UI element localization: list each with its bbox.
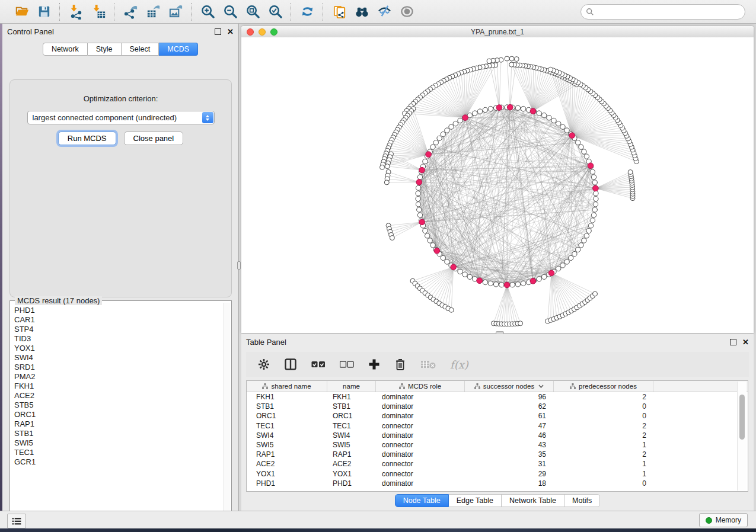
open-folder-icon[interactable] [12, 2, 31, 21]
list-item[interactable]: FKH1 [14, 382, 224, 391]
column-header[interactable]: shared name [247, 381, 327, 392]
column-header[interactable]: predecessor nodes [554, 381, 653, 392]
table-cell: connector [376, 441, 465, 449]
select-all-checkboxes-icon[interactable] [311, 361, 326, 368]
table-row[interactable]: SWI5SWI5connector431 [247, 440, 748, 450]
tab-mcds[interactable]: MCDS [159, 43, 198, 56]
list-item[interactable]: SWI5 [14, 438, 224, 448]
network-canvas[interactable] [241, 37, 754, 333]
table-row[interactable]: TEC1TEC1connector472 [247, 421, 748, 431]
list-item[interactable]: STB1 [14, 429, 224, 438]
add-column-icon[interactable] [368, 358, 380, 370]
list-item[interactable]: ACE2 [14, 391, 224, 400]
float-table-panel-icon[interactable] [730, 339, 736, 345]
column-header[interactable]: name [327, 381, 376, 392]
deselect-all-checkboxes-icon[interactable] [340, 361, 354, 368]
optimization-criterion-select[interactable]: largest connected component (undirected) [27, 111, 215, 124]
table-cell: 2 [554, 393, 653, 401]
list-item[interactable]: TID3 [14, 334, 224, 344]
close-table-panel-icon[interactable]: ✕ [742, 338, 749, 346]
tab-motifs[interactable]: Motifs [564, 494, 600, 507]
list-item[interactable]: SRD1 [14, 363, 224, 372]
list-item[interactable]: SWI4 [14, 353, 224, 363]
search-input[interactable] [597, 7, 745, 17]
table-row[interactable]: ORC1ORC1dominator610 [247, 411, 748, 421]
clone-network-document-icon[interactable] [330, 2, 349, 21]
table-row[interactable]: STB1STB1dominator620 [247, 402, 748, 411]
gear-icon[interactable] [258, 358, 270, 370]
table-row[interactable]: ACE2ACE2connector311 [247, 459, 748, 469]
column-header[interactable]: MCDS role [376, 381, 465, 392]
close-panel-button[interactable]: Close panel [124, 132, 184, 145]
tab-network-table[interactable]: Network Table [502, 494, 564, 507]
binoculars-icon[interactable] [352, 2, 371, 21]
tab-edge-table[interactable]: Edge Table [449, 494, 502, 507]
network-window: YPA_prune.txt_1 [241, 26, 754, 333]
table-cell: SWI4 [327, 431, 376, 440]
close-panel-icon[interactable]: ✕ [227, 28, 234, 36]
search-box[interactable] [580, 4, 745, 20]
table-cell: ACE2 [247, 460, 327, 468]
zoom-selected-icon[interactable] [266, 2, 285, 21]
list-item[interactable]: TEC1 [14, 448, 224, 457]
table-cell: 46 [465, 431, 554, 440]
tab-select[interactable]: Select [122, 43, 160, 56]
zoom-out-icon[interactable] [221, 2, 240, 21]
tab-node-table[interactable]: Node Table [395, 494, 449, 507]
table-cell: PHD1 [327, 479, 376, 488]
vertical-splitter-handle[interactable] [237, 261, 241, 270]
column-header-label: name [343, 383, 360, 390]
tab-network[interactable]: Network [43, 43, 88, 56]
table-cell: SWI5 [247, 441, 327, 449]
table-row[interactable]: SWI4SWI4dominator462 [247, 431, 748, 440]
tab-style[interactable]: Style [88, 43, 122, 56]
export-network-icon[interactable] [121, 2, 140, 21]
zoom-in-icon[interactable] [198, 2, 217, 21]
delete-table-icon[interactable] [420, 360, 436, 369]
float-panel-icon[interactable] [215, 28, 221, 35]
column-header[interactable]: successor nodes [465, 381, 554, 392]
list-item[interactable]: PMA2 [14, 372, 224, 382]
table-scrollbar-thumb[interactable] [739, 395, 745, 440]
namespace-icon [262, 383, 268, 389]
column-header-label: successor nodes [483, 383, 534, 390]
memory-button[interactable]: Memory [699, 513, 748, 527]
table-cell: 1 [554, 460, 653, 468]
task-history-button[interactable] [7, 514, 26, 528]
export-image-icon[interactable] [166, 2, 185, 21]
table-scrollbar[interactable] [737, 382, 747, 491]
table-cell: 2 [554, 431, 653, 440]
table-cell: STB1 [327, 402, 376, 411]
table-row[interactable]: YOX1YOX1connector291 [247, 469, 748, 479]
table-row[interactable]: PHD1PHD1dominator180 [247, 479, 748, 488]
table-row[interactable]: RAP1RAP1dominator352 [247, 450, 748, 459]
delete-column-icon[interactable] [394, 358, 406, 371]
list-item[interactable]: YOX1 [14, 344, 224, 353]
table-cell: 35 [465, 450, 554, 459]
list-item[interactable]: PHD1 [14, 306, 224, 315]
import-network-icon[interactable] [66, 2, 85, 21]
network-graph[interactable] [241, 37, 754, 333]
run-mcds-button[interactable]: Run MCDS [58, 132, 116, 145]
table-row[interactable]: FKH1FKH1dominator962 [247, 392, 748, 402]
export-table-icon[interactable] [143, 2, 162, 21]
list-item[interactable]: STB5 [14, 400, 224, 410]
import-table-icon[interactable] [89, 2, 108, 21]
network-window-titlebar[interactable]: YPA_prune.txt_1 [241, 26, 754, 38]
save-session-icon[interactable] [34, 2, 53, 21]
hide-graphics-details-icon[interactable] [375, 2, 394, 21]
function-builder-icon[interactable]: f(x) [450, 358, 468, 371]
list-item[interactable]: ORC1 [14, 410, 224, 419]
split-columns-icon[interactable] [284, 358, 297, 371]
table-cell: 0 [554, 412, 653, 420]
list-item[interactable]: STP4 [14, 325, 224, 334]
desktop-wallpaper-bottom [0, 528, 756, 532]
list-item[interactable]: RAP1 [14, 419, 224, 429]
show-graphics-details-icon[interactable] [397, 2, 416, 21]
mcds-list-scrollbar[interactable] [224, 303, 230, 520]
refresh-layout-icon[interactable] [298, 2, 317, 21]
list-item[interactable]: GCR1 [14, 457, 224, 467]
sort-desc-icon [538, 384, 544, 388]
zoom-fit-icon[interactable] [243, 2, 262, 21]
list-item[interactable]: CAR1 [14, 315, 224, 325]
